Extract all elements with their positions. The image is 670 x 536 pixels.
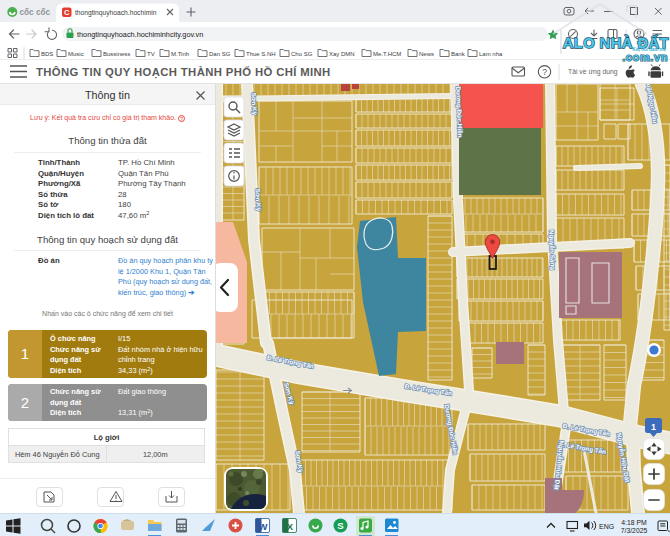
svg-text:ENG: ENG (599, 523, 614, 530)
svg-text:M.Tinh: M.Tinh (171, 51, 189, 57)
svg-text:Xay DMN: Xay DMN (329, 51, 355, 57)
svg-text:S: S (337, 520, 343, 531)
svg-text:Tải về ứng dụng: Tải về ứng dụng (568, 67, 618, 76)
svg-text:Bussiness: Bussiness (103, 51, 130, 57)
svg-text:News: News (419, 51, 434, 57)
svg-text:Lam nha: Lam nha (479, 51, 503, 57)
svg-text:Bank: Bank (451, 51, 466, 57)
svg-text:Dan SG: Dan SG (209, 51, 231, 57)
svg-text:THÔNG TIN QUY HOẠCH THÀNH PHỐ: THÔNG TIN QUY HOẠCH THÀNH PHỐ HỒ CHÍ MIN… (36, 65, 331, 79)
svg-text:4:18 PM: 4:18 PM (621, 519, 647, 526)
svg-text:Thue S.NH: Thue S.NH (246, 51, 276, 57)
svg-text:7/3/2025: 7/3/2025 (621, 527, 648, 534)
svg-text:BDS: BDS (41, 51, 53, 57)
svg-text:TV: TV (147, 51, 155, 57)
svg-text:Cho SG: Cho SG (291, 51, 313, 57)
svg-text:1: 1 (651, 422, 656, 432)
svg-text:X: X (287, 521, 294, 532)
svg-text:?: ? (542, 67, 547, 77)
svg-text:Music: Music (68, 51, 84, 57)
svg-text:W: W (259, 521, 268, 532)
svg-text:Me.T.HCM: Me.T.HCM (373, 51, 401, 57)
